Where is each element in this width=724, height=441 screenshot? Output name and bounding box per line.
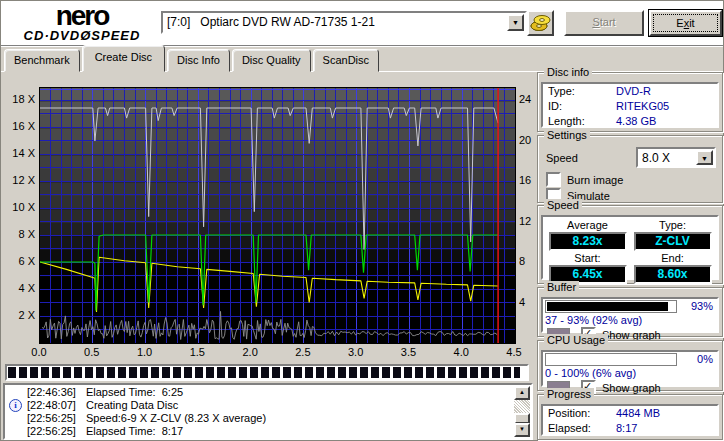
progress-row: Position:4484 MB: [543, 406, 717, 421]
buffer-title: Buffer: [544, 281, 579, 293]
y-axis-right-tick: 24: [519, 93, 539, 105]
disc-info-row: Length:4.38 GB: [543, 114, 717, 129]
x-axis-tick: 2.5: [291, 346, 315, 358]
x-axis-tick: 0.5: [80, 346, 104, 358]
log-rows: [22:46:36]Elapsed Time: 6:25i[22:48:07]C…: [5, 386, 514, 438]
speed-panel: Average Type: 8.23x Z-CLV Start: End: 6.…: [541, 215, 719, 280]
chart-background-bands: [40, 88, 515, 343]
speed-group: Speed Average Type: 8.23x Z-CLV Start: E…: [537, 205, 723, 284]
y-axis-left-tick: 14 X: [3, 147, 35, 159]
log-timestamp: [22:56:25]: [27, 412, 76, 425]
cpu-percent: 0%: [697, 353, 713, 365]
disc-info-title: Disc info: [544, 66, 592, 78]
eject-disc-button[interactable]: [527, 10, 554, 36]
x-axis-tick: 3.0: [344, 346, 368, 358]
x-axis-tick: 2.0: [238, 346, 262, 358]
disc-info-row: Type:DVD-R: [543, 84, 717, 99]
write-progress-fill: [8, 367, 520, 378]
drive-select-dropdown[interactable]: [7:0] Optiarc DVD RW AD-71735 1-21 ▼: [161, 11, 527, 34]
progress-title: Progress: [544, 388, 594, 400]
x-axis-tick: 4.0: [449, 346, 473, 358]
log-timestamp: [22:56:25]: [27, 425, 76, 438]
log-timestamp: [22:46:36]: [27, 386, 76, 399]
x-axis-tick: 1.5: [185, 346, 209, 358]
y-axis-left-tick: 10 X: [3, 201, 35, 213]
progress-panel: Position:4484 MB Elapsed:8:17: [541, 404, 719, 436]
buffer-bar: [545, 300, 677, 313]
burn-image-checkbox[interactable]: [546, 172, 561, 187]
buffer-percent: 93%: [691, 300, 713, 312]
scroll-up-icon[interactable]: ▲: [514, 386, 530, 400]
log-timestamp: [22:48:07]: [27, 399, 76, 412]
exit-button-face: Exit: [649, 10, 722, 36]
log-message: Creating Data Disc: [86, 399, 178, 412]
nero-logo: nero CD·DVDØSPEED: [7, 2, 157, 42]
chevron-down-icon[interactable]: ▼: [696, 150, 713, 165]
tab-disc-info[interactable]: Disc Info: [167, 49, 230, 72]
app-window: nero CD·DVDØSPEED [7:0] Optiarc DVD RW A…: [0, 0, 724, 441]
speed-label: Speed: [546, 152, 578, 164]
y-axis-right-tick: 12: [519, 215, 539, 227]
exit-button[interactable]: Exit: [648, 9, 723, 37]
log-entry: i[22:48:07]Creating Data Disc: [5, 399, 514, 412]
cpu-bar: [545, 353, 677, 366]
status-log[interactable]: [22:46:36]Elapsed Time: 6:25i[22:48:07]C…: [3, 383, 533, 440]
log-entry: [22:56:25]Elapsed Time: 8:17: [5, 425, 514, 438]
type-label: Type:: [630, 219, 715, 232]
y-axis-left-tick: 12 X: [3, 174, 35, 186]
settings-group: Settings Speed 8.0 X ▼ Burn image Simula…: [537, 135, 723, 203]
top-bar: nero CD·DVDØSPEED [7:0] Optiarc DVD RW A…: [1, 1, 723, 45]
average-label: Average: [545, 219, 630, 232]
end-label: End:: [630, 252, 715, 265]
buffer-panel: 93% 37 - 93% (92% avg) Show graph: [541, 297, 719, 333]
tab-benchmark[interactable]: Benchmark: [4, 49, 80, 72]
chart-plot-area: [39, 87, 516, 344]
chevron-down-icon[interactable]: ▼: [507, 14, 524, 31]
log-message: Elapsed Time: 6:25: [86, 386, 183, 399]
speed-chart: 18 X16 X14 X12 X10 X8 X6 X4 X2 X24201612…: [1, 71, 537, 383]
speed-title: Speed: [544, 199, 582, 211]
log-message: Speed:6-9 X Z-CLV (8.23 X average): [86, 412, 266, 425]
tab-strip: Benchmark Create Disc Disc Info Disc Qua…: [4, 48, 381, 72]
info-icon: i: [9, 399, 22, 412]
cpu-usage-title: CPU Usage: [544, 334, 608, 346]
cpu-bar-row: 0%: [543, 352, 717, 367]
logo-text-cdspeed: CD·DVDØSPEED: [7, 29, 157, 42]
buffer-group: Buffer 93% 37 - 93% (92% avg) Show graph: [537, 287, 723, 337]
buffer-bar-row: 93%: [543, 299, 717, 314]
tab-create-disc[interactable]: Create Disc: [82, 45, 165, 72]
y-axis-right-tick: 4: [519, 296, 539, 308]
y-axis-right-tick: 16: [519, 174, 539, 186]
chart-canvas: [40, 88, 515, 343]
buffer-bar-fill: [547, 302, 668, 311]
y-axis-left-tick: 4 X: [3, 282, 35, 294]
start-label: Start:: [545, 252, 630, 265]
y-axis-left-tick: 18 X: [3, 93, 35, 105]
progress-group: Progress Position:4484 MB Elapsed:8:17: [537, 394, 723, 440]
tab-scandisc[interactable]: ScanDisc: [313, 49, 379, 72]
scroll-down-icon[interactable]: ▼: [514, 423, 530, 437]
y-axis-left-tick: 16 X: [3, 120, 35, 132]
speed-select-dropdown[interactable]: 8.0 X ▼: [636, 147, 716, 168]
y-axis-left-tick: 2 X: [3, 309, 35, 321]
x-axis-tick: 4.5: [502, 346, 526, 358]
y-axis-right-tick: 20: [519, 134, 539, 146]
disc-stack-icon: [529, 12, 552, 34]
y-axis-right-tick: 8: [519, 255, 539, 267]
tab-disc-quality[interactable]: Disc Quality: [232, 49, 311, 72]
average-speed-readout: 8.23x: [549, 232, 627, 251]
cpu-usage-group: CPU Usage 0% 0 - 100% (6% avg) Show grap…: [537, 340, 723, 391]
log-scrollbar[interactable]: ▲ ▼: [514, 386, 530, 437]
burn-image-option[interactable]: Burn image: [546, 172, 718, 188]
speed-select-value: 8.0 X: [642, 151, 694, 165]
cpu-range-text: 0 - 100% (6% avg): [543, 367, 717, 380]
cpu-panel: 0% 0 - 100% (6% avg) Show graph: [541, 350, 719, 387]
settings-title: Settings: [544, 129, 590, 141]
x-axis-tick: 3.5: [396, 346, 420, 358]
start-button[interactable]: Start: [564, 10, 644, 36]
x-axis-tick: 0.0: [27, 346, 51, 358]
disc-info-panel: Type:DVD-R ID:RITEKG05 Length:4.38 GB: [541, 82, 719, 128]
write-progress-bar: [5, 364, 529, 381]
speed-readouts: Average Type: 8.23x Z-CLV Start: End: 6.…: [545, 219, 715, 276]
end-speed-readout: 8.60x: [634, 265, 712, 284]
